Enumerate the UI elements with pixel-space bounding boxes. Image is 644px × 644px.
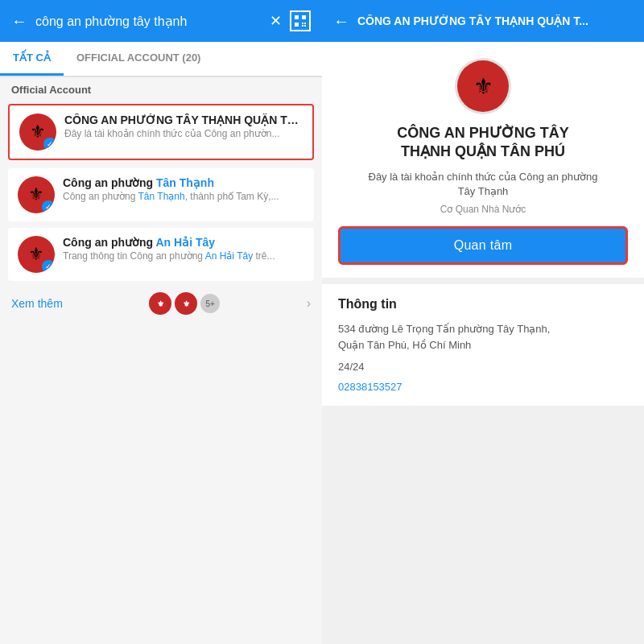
result-desc-featured: Đây là tài khoản chính thức của Công an … bbox=[64, 128, 303, 139]
name-blue-3: An Hải Tây bbox=[155, 236, 215, 249]
profile-name: CÔNG AN PHƯỜNG TÂYTHẠNH QUẬN TÂN PHÚ bbox=[397, 124, 568, 162]
right-body: ⚜ CÔNG AN PHƯỜNG TÂYTHẠNH QUẬN TÂN PHÚ Đ… bbox=[322, 42, 644, 644]
svg-rect-5 bbox=[302, 25, 303, 27]
qr-icon[interactable] bbox=[290, 10, 311, 31]
right-header-title: CÔNG AN PHƯỜNG TÂY THẠNH QUẬN T... bbox=[357, 14, 633, 27]
count-badge: 5+ bbox=[200, 294, 220, 313]
info-section: Thông tin 534 đường Lê Trọng Tấn phường … bbox=[322, 284, 644, 406]
result-text-featured: CÔNG AN PHƯỜNG TÂY THẠNH QUẬN TÂ... Đây … bbox=[64, 114, 303, 139]
result-text-2: Công an phường Tân Thạnh Công an phường … bbox=[63, 176, 304, 202]
svg-rect-2 bbox=[295, 23, 299, 27]
badge-icon-2: ⚜ bbox=[28, 184, 44, 205]
left-tabs: TẤT CẢ OFFICIAL ACCOUNT (20) bbox=[0, 42, 322, 77]
profile-section: ⚜ CÔNG AN PHƯỜNG TÂYTHẠNH QUẬN TÂN PHÚ Đ… bbox=[322, 42, 644, 278]
svg-rect-0 bbox=[295, 15, 299, 19]
svg-rect-1 bbox=[302, 15, 306, 19]
name-prefix-3: Công an phường bbox=[63, 236, 155, 249]
svg-rect-3 bbox=[302, 23, 303, 24]
svg-rect-6 bbox=[304, 25, 306, 27]
result-text-3: Công an phường An Hải Tây Trang thông ti… bbox=[63, 236, 304, 262]
search-title: công an phường tây thạnh bbox=[35, 14, 262, 29]
mini-avatar-2: ⚜ bbox=[175, 292, 197, 315]
result-desc-2: Công an phường Tân Thạnh, thành phố Tam … bbox=[63, 191, 304, 202]
section-label: Official Account bbox=[0, 77, 322, 99]
result-item-3[interactable]: ⚜ ✓ Công an phường An Hải Tây Trang thôn… bbox=[8, 228, 314, 281]
right-panel: ← CÔNG AN PHƯỜNG TÂY THẠNH QUẬN T... ⚜ C… bbox=[322, 0, 644, 644]
info-title: Thông tin bbox=[338, 297, 628, 312]
mini-avatar-1: ⚜ bbox=[149, 292, 171, 315]
desc-end-2: , thành phố Tam Kỳ,... bbox=[185, 191, 279, 202]
name-prefix-2: Công an phường bbox=[63, 176, 156, 189]
featured-result-item[interactable]: ⚜ ✓ CÔNG AN PHƯỜNG TÂY THẠNH QUẬN TÂ... … bbox=[8, 104, 314, 160]
info-hours: 24/24 bbox=[338, 361, 628, 373]
chevron-right-icon: › bbox=[307, 296, 311, 311]
verified-badge-2: ✓ bbox=[42, 200, 55, 213]
left-panel: ← công an phường tây thạnh ✕ TẤT CẢ OFFI… bbox=[0, 0, 322, 644]
close-icon[interactable]: ✕ bbox=[270, 12, 282, 30]
see-more-row[interactable]: Xem thêm ⚜ ⚜ 5+ › bbox=[0, 284, 322, 323]
result-name-featured: CÔNG AN PHƯỜNG TÂY THẠNH QUẬN TÂ... bbox=[64, 114, 303, 126]
back-icon-left[interactable]: ← bbox=[11, 12, 27, 31]
badge-icon-3: ⚜ bbox=[28, 244, 44, 265]
verified-badge-featured: ✓ bbox=[43, 138, 56, 151]
result-desc-3: Trang thông tin Công an phường An Hải Tâ… bbox=[63, 250, 304, 262]
avatar-2: ⚜ ✓ bbox=[18, 176, 55, 213]
name-blue-2: Tân Thạnh bbox=[156, 176, 214, 189]
result-name-2: Công an phường Tân Thạnh bbox=[63, 176, 304, 189]
desc-blue-3: An Hải Tây bbox=[205, 250, 253, 262]
desc-end-3: trê... bbox=[253, 250, 275, 262]
profile-avatar-icon: ⚜ bbox=[473, 73, 493, 100]
svg-rect-4 bbox=[304, 23, 306, 24]
info-address: 534 đường Lê Trọng Tấn phường Tây Thạnh,… bbox=[338, 321, 628, 353]
result-name-3: Công an phường An Hải Tây bbox=[63, 236, 304, 249]
profile-avatar-inner: ⚜ bbox=[457, 60, 509, 112]
desc-prefix-2: Công an phường bbox=[63, 191, 138, 202]
tab-official[interactable]: OFFICIAL ACCOUNT (20) bbox=[64, 42, 214, 76]
profile-description: Đây là tài khoản chính thức của Công an … bbox=[369, 170, 598, 199]
badge-icon-featured: ⚜ bbox=[30, 122, 46, 142]
left-header: ← công an phường tây thạnh ✕ bbox=[0, 0, 322, 42]
right-header: ← CÔNG AN PHƯỜNG TÂY THẠNH QUẬN T... bbox=[322, 0, 644, 42]
see-more-text[interactable]: Xem thêm bbox=[11, 297, 63, 310]
avatar-group: ⚜ ⚜ 5+ bbox=[149, 292, 220, 315]
verified-badge-3: ✓ bbox=[42, 260, 55, 273]
result-item-2[interactable]: ⚜ ✓ Công an phường Tân Thạnh Công an phư… bbox=[8, 168, 314, 221]
desc-blue-2: Tân Thạnh bbox=[138, 191, 185, 202]
quan-tam-button[interactable]: Quan tâm bbox=[338, 226, 628, 265]
info-phone[interactable]: 02838153527 bbox=[338, 381, 628, 393]
avatar-featured: ⚜ ✓ bbox=[19, 114, 56, 151]
avatar-3: ⚜ ✓ bbox=[18, 236, 55, 273]
profile-category: Cơ Quan Nhà Nước bbox=[440, 204, 526, 215]
desc-prefix-3: Trang thông tin Công an phường bbox=[63, 250, 205, 262]
tab-all[interactable]: TẤT CẢ bbox=[0, 42, 64, 76]
back-icon-right[interactable]: ← bbox=[333, 12, 349, 31]
profile-avatar: ⚜ bbox=[455, 58, 511, 114]
